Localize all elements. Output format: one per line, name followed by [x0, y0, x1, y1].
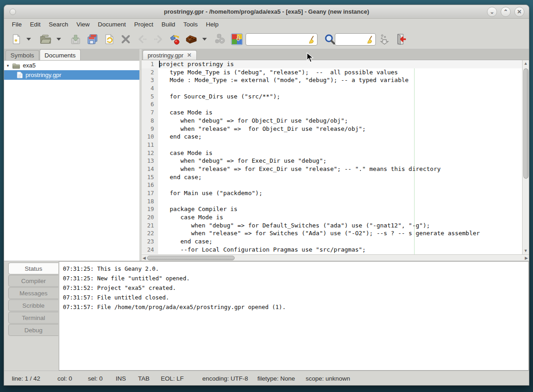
code-line[interactable]: 7 case Mode is [142, 108, 522, 117]
code-text[interactable]: Mode : Mode_Type := external ("mode", "d… [158, 76, 409, 84]
panel-tab-debug[interactable]: Debug [8, 324, 58, 336]
code-line[interactable]: 8 when "debug" => for Object_Dir use "de… [142, 117, 522, 125]
compile-button[interactable] [168, 32, 182, 46]
save-button[interactable] [69, 32, 82, 46]
expander-triangle-icon[interactable]: ▾ [7, 63, 11, 68]
code-line[interactable]: 14 when "release" => for Exec_Dir use "r… [142, 165, 522, 173]
menu-edit[interactable]: Edit [26, 20, 45, 29]
code-line[interactable]: 15 end case; [142, 173, 522, 181]
code-line[interactable]: 20 case Mode is [142, 213, 522, 222]
code-line[interactable]: 19 package Compiler is [142, 205, 522, 213]
code-line[interactable]: 23 end case; [142, 237, 522, 246]
horizontal-scrollbar[interactable]: ◀ ▶ [142, 254, 529, 261]
sidebar-tab-symbols[interactable]: Symbols [5, 50, 39, 60]
nav-back-button[interactable] [135, 32, 149, 46]
goto-line-input[interactable] [335, 36, 366, 43]
vertical-scrollbar[interactable]: ▲ ▼ [522, 60, 529, 254]
code-line[interactable]: 13 when "debug" => for Exec_Dir use "deb… [142, 157, 522, 165]
minimize-button[interactable]: ⌄ [487, 7, 497, 17]
menu-view[interactable]: View [72, 20, 94, 29]
code-text[interactable]: package Compiler is [158, 205, 237, 213]
code-text[interactable] [158, 100, 159, 108]
scroll-left-arrow[interactable]: ◀ [143, 255, 146, 261]
revert-button[interactable] [102, 32, 116, 46]
tree-folder-row[interactable]: ▾ exa5 [4, 61, 139, 70]
editor-tab[interactable]: prostringy.gpr ✕ [143, 50, 197, 60]
goto-line-entry[interactable] [335, 33, 376, 46]
build-button[interactable] [184, 32, 198, 46]
scroll-up-arrow[interactable]: ▲ [524, 60, 528, 67]
quit-button[interactable] [393, 32, 407, 46]
code-line[interactable]: 3 Mode : Mode_Type := external ("mode", … [142, 76, 522, 84]
code-text[interactable]: end case; [158, 237, 212, 246]
code-line[interactable]: 24 --for Local Configuration Pragmas use… [142, 246, 522, 254]
panel-tab-compiler[interactable]: Compiler [8, 275, 58, 287]
tab-close-icon[interactable]: ✕ [187, 52, 192, 58]
sidebar-tab-documents[interactable]: Documents [40, 49, 81, 60]
code-text[interactable]: for Main use ("packdemo"); [158, 189, 262, 197]
color-chooser-button[interactable] [230, 32, 244, 46]
jump-to-line-button[interactable] [378, 32, 391, 46]
code-line[interactable]: 2 type Mode_Type is ("debug", "release")… [142, 68, 522, 77]
maximize-button[interactable]: ⌃ [501, 7, 511, 17]
menu-search[interactable]: Search [45, 20, 72, 29]
code-text[interactable]: when "debug" => for Default_Switches ("a… [158, 222, 430, 230]
new-file-button[interactable] [10, 32, 23, 46]
close-button[interactable]: ✕ [514, 7, 524, 17]
code-text[interactable]: when "release" => for Switches ("Ada") u… [158, 229, 480, 237]
menu-tools[interactable]: Tools [179, 20, 202, 29]
code-line[interactable]: 6 [142, 100, 522, 108]
code-line[interactable]: 10 end case; [142, 133, 522, 141]
code-line[interactable]: 22 when "release" => for Switches ("Ada"… [142, 229, 522, 237]
code-line[interactable]: 17 for Main use ("packdemo"); [142, 189, 522, 197]
new-file-dropdown[interactable] [25, 32, 32, 46]
code-text[interactable]: end case; [158, 133, 202, 141]
code-text[interactable]: type Mode_Type is ("debug", "release"); … [158, 68, 398, 77]
build-dropdown[interactable] [201, 32, 208, 46]
file-name[interactable]: prostringy.gpr [26, 72, 62, 78]
code-text[interactable] [158, 197, 159, 206]
code-text[interactable]: case Mode is [158, 149, 212, 157]
code-line[interactable]: 12 case Mode is [142, 149, 522, 157]
code-text[interactable] [158, 84, 159, 93]
code-line[interactable]: 16 [142, 181, 522, 189]
panel-tab-terminal[interactable]: Terminal [8, 312, 58, 324]
code-area[interactable]: 1project prostringy is 2 type Mode_Type … [142, 60, 522, 254]
tree-file-row[interactable]: prostringy.gpr [4, 70, 139, 80]
code-line[interactable]: 21 when "debug" => for Default_Switches … [142, 222, 522, 230]
code-text[interactable]: --for Local Configuration Pragmas use "s… [158, 246, 366, 254]
code-text[interactable]: case Mode is [158, 108, 212, 117]
open-file-dropdown[interactable] [55, 32, 62, 46]
code-line[interactable]: 11 [142, 141, 522, 149]
close-file-button[interactable] [119, 32, 133, 46]
scroll-down-arrow[interactable]: ▼ [524, 248, 528, 254]
menu-help[interactable]: Help [202, 20, 223, 29]
save-all-button[interactable] [86, 32, 99, 46]
panel-tab-scribble[interactable]: Scribble [8, 299, 58, 311]
code-line[interactable]: 1project prostringy is [142, 60, 522, 68]
code-text[interactable] [158, 181, 159, 189]
run-button[interactable] [214, 32, 227, 46]
open-file-button[interactable] [39, 32, 52, 46]
toolbar-search-entry[interactable] [246, 33, 318, 46]
panel-tab-messages[interactable]: Messages [8, 287, 58, 299]
vertical-scroll-thumb[interactable] [523, 68, 528, 179]
menu-document[interactable]: Document [94, 20, 130, 29]
folder-name[interactable]: exa5 [23, 62, 36, 69]
horizontal-scroll-thumb[interactable] [147, 256, 235, 260]
code-line[interactable]: 5 for Source_Dirs use ("src/**"); [142, 93, 522, 101]
scroll-right-arrow[interactable]: ▶ [525, 255, 528, 261]
code-line[interactable]: 18 [142, 197, 522, 206]
code-text[interactable]: when "debug" => for Object_Dir use "debu… [158, 117, 348, 125]
menu-project[interactable]: Project [130, 20, 157, 29]
panel-tab-status[interactable]: Status [8, 263, 58, 274]
code-text[interactable]: for Source_Dirs use ("src/**"); [158, 93, 280, 101]
code-text[interactable] [158, 141, 159, 149]
code-text[interactable]: when "release" => for Exec_Dir use "rele… [158, 165, 441, 173]
code-text[interactable]: end case; [158, 173, 202, 181]
code-text[interactable]: when "debug" => for Exec_Dir use "debug"… [158, 157, 327, 165]
code-text[interactable]: case Mode is [158, 213, 223, 222]
menu-build[interactable]: Build [157, 20, 179, 29]
editor-tab-label[interactable]: prostringy.gpr [148, 52, 184, 59]
code-line[interactable]: 9 when "release" => for Object_Dir use "… [142, 125, 522, 133]
